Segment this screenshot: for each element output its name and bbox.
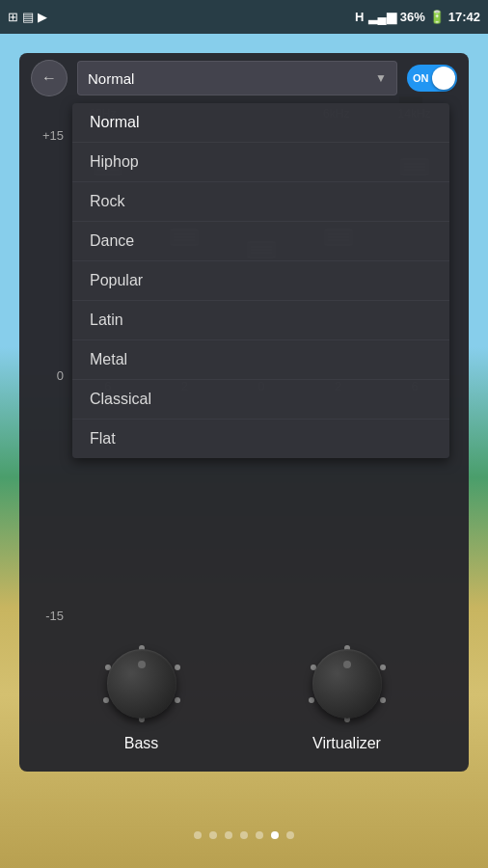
dropdown-item-latin-label: Latin [90,312,123,328]
dropdown-item-latin[interactable]: Latin [72,301,449,340]
svg-point-10 [380,697,386,703]
back-button[interactable]: ← [31,60,68,96]
notification-icon: ⊞ [8,10,18,24]
virtualizer-knob[interactable] [312,649,382,719]
dropdown-item-metal[interactable]: Metal [72,340,449,380]
chevron-down-icon: ▼ [375,71,387,85]
svg-point-4 [175,697,180,703]
signal-bars: ▂▄▆ [368,10,396,24]
preset-dropdown-menu: Normal Hiphop Rock Dance Popular Latin M… [72,103,449,458]
status-right: H ▂▄▆ 36% 🔋 17:42 [355,10,480,24]
page-dot-5[interactable] [256,831,263,839]
svg-point-3 [175,665,180,670]
battery-level: 36% [400,10,425,24]
knobs-section: Bass Virtualizer [19,631,469,772]
page-dot-3[interactable] [225,831,232,839]
bass-knob-wrapper[interactable] [98,640,185,727]
page-dot-7[interactable] [286,831,294,839]
dropdown-item-classical[interactable]: Classical [72,380,449,420]
play-icon: ▶ [38,10,47,24]
power-toggle[interactable]: ON [407,65,457,92]
db-label-0: 0 [41,368,64,383]
dropdown-item-hiphop-label: Hiphop [90,153,139,170]
dropdown-item-dance-label: Dance [90,232,134,249]
dropdown-item-hiphop[interactable]: Hiphop [72,143,449,182]
eq-panel: ← Normal ▼ ON Normal Hiphop Rock Dance P… [19,53,469,772]
battery-icon: 🔋 [429,10,445,24]
dropdown-item-popular-label: Popular [90,272,143,288]
status-bar: ⊞ ▤ ▶ H ▂▄▆ 36% 🔋 17:42 [0,0,488,34]
dropdown-item-classical-label: Classical [90,391,151,407]
status-left-icons: ⊞ ▤ ▶ [8,10,47,24]
svg-point-8 [309,697,314,703]
svg-point-2 [103,697,109,703]
bass-knob-label: Bass [124,735,159,752]
dropdown-item-rock-label: Rock [90,193,124,209]
dropdown-item-normal-label: Normal [90,114,140,130]
back-arrow-icon: ← [41,69,57,87]
page-dot-4[interactable] [240,831,248,839]
dropdown-item-normal[interactable]: Normal [72,103,449,143]
dropdown-item-dance[interactable]: Dance [72,222,449,261]
dropdown-item-flat[interactable]: Flat [72,420,449,458]
menu-icon: ▤ [22,10,34,24]
page-dot-6[interactable] [271,831,279,839]
dropdown-item-popular[interactable]: Popular [72,261,449,301]
virtualizer-knob-container: Virtualizer [304,640,391,752]
page-dots [0,831,488,839]
virtualizer-knob-label: Virtualizer [312,735,381,752]
dropdown-item-metal-label: Metal [90,351,127,367]
bass-knob[interactable] [107,649,176,719]
top-bar: ← Normal ▼ ON [19,53,469,103]
preset-dropdown[interactable]: Normal ▼ [77,61,397,95]
virtualizer-knob-wrapper[interactable] [304,640,391,727]
page-dot-2[interactable] [209,831,217,839]
toggle-knob [432,67,455,90]
preset-label: Normal [88,70,134,87]
toggle-on-label: ON [413,72,429,84]
db-label-minus15: -15 [41,609,64,623]
h-indicator: H [355,10,364,24]
dropdown-item-flat-label: Flat [90,430,116,447]
svg-point-9 [380,665,386,670]
db-label-plus15: +15 [41,128,64,143]
dropdown-item-rock[interactable]: Rock [72,182,449,222]
bass-knob-container: Bass [98,640,185,752]
page-dot-1[interactable] [194,831,202,839]
clock: 17:42 [448,10,480,24]
